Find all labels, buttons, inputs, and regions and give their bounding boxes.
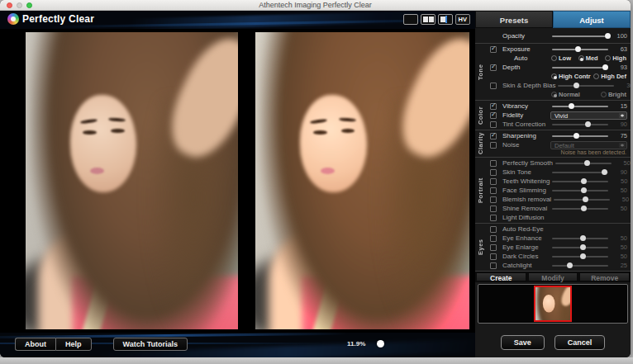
- tint-correction-slider-thumb[interactable]: [585, 121, 591, 127]
- auto-red-eye-checkbox[interactable]: [490, 226, 497, 233]
- skin-tone-checkbox[interactable]: [490, 169, 497, 176]
- high-def-label: High Def: [601, 73, 626, 80]
- dark-circles-slider[interactable]: [550, 253, 610, 260]
- face-slimming-slider[interactable]: [550, 187, 610, 194]
- skin-depth-bias-checkbox[interactable]: [490, 83, 497, 89]
- skin-tone-slider[interactable]: [550, 168, 610, 176]
- eye-enlarge-slider[interactable]: [550, 243, 610, 251]
- tint-correction-checkbox[interactable]: [490, 121, 497, 128]
- auto-low-option[interactable]: Low: [551, 54, 571, 62]
- noise-dropdown[interactable]: Default: [550, 141, 627, 149]
- bias-mode-radio-group: Normal Bright: [550, 91, 627, 98]
- sharpening-label: Sharpening: [502, 132, 550, 139]
- tab-adjust[interactable]: Adjust: [553, 11, 631, 28]
- exposure-checkbox[interactable]: [490, 46, 497, 53]
- perfectly-smooth-slider-thumb[interactable]: [584, 160, 590, 166]
- eye-enhance-slider[interactable]: [550, 234, 610, 242]
- normal-option[interactable]: Normal: [551, 91, 580, 98]
- sharpening-value: 75: [611, 132, 627, 139]
- tab-presets[interactable]: Presets: [475, 11, 553, 28]
- catchlight-checkbox[interactable]: [490, 262, 497, 269]
- dark-circles-checkbox[interactable]: [490, 253, 497, 260]
- skin-tone-slider-thumb[interactable]: [602, 169, 607, 175]
- sharpening-slider[interactable]: [550, 132, 610, 139]
- teeth-whitening-slider[interactable]: [550, 177, 610, 185]
- tint-correction-value: 90: [611, 121, 627, 128]
- auto-red-eye-label: Auto Red-Eye: [502, 225, 550, 233]
- vibrancy-checkbox[interactable]: [490, 103, 497, 110]
- shine-removal-checkbox[interactable]: [490, 206, 497, 212]
- vibrancy-slider[interactable]: [550, 102, 610, 110]
- vibrancy-label: Vibrancy: [502, 102, 550, 110]
- noise-checkbox[interactable]: [490, 142, 497, 149]
- hv-toggle-button[interactable]: HV: [455, 14, 470, 25]
- zoom-control: 11.9%: [347, 340, 384, 347]
- tint-correction-label: Tint Correction: [502, 121, 550, 128]
- exposure-slider[interactable]: [550, 45, 610, 53]
- modify-preset-button[interactable]: Modify: [528, 272, 578, 281]
- high-contrast-option[interactable]: High Contr: [551, 73, 591, 80]
- auto-high-option[interactable]: High: [605, 54, 626, 62]
- high-def-option[interactable]: High Def: [593, 73, 626, 80]
- slider-track: [552, 35, 608, 37]
- light-diffusion-checkbox[interactable]: [490, 215, 497, 221]
- create-preset-button[interactable]: Create: [476, 272, 526, 281]
- face-slimming-label: Face Slimming: [502, 187, 550, 194]
- dropdown-stepper-icon[interactable]: [619, 143, 626, 148]
- fidelity-checkbox[interactable]: [490, 112, 497, 119]
- skin-depth-bias-slider[interactable]: [556, 82, 616, 89]
- perfectly-smooth-checkbox[interactable]: [490, 160, 497, 167]
- depth-checkbox[interactable]: [490, 64, 497, 71]
- bright-option[interactable]: Bright: [601, 91, 626, 98]
- shine-removal-slider[interactable]: [550, 205, 610, 212]
- sharpening-slider-thumb[interactable]: [574, 133, 579, 139]
- split-view-icon[interactable]: [421, 14, 435, 25]
- sharpening-checkbox[interactable]: [490, 133, 497, 139]
- depth-slider[interactable]: [550, 64, 610, 71]
- face-slimming-value: 50: [611, 187, 627, 194]
- help-button[interactable]: Help: [55, 338, 92, 351]
- eye-enlarge-value: 50: [611, 243, 627, 251]
- app-logo: Perfectly Clear: [7, 13, 94, 25]
- perfectly-smooth-slider[interactable]: [554, 159, 613, 167]
- photo-mouth: [90, 168, 104, 174]
- shine-removal-slider-thumb[interactable]: [581, 206, 587, 211]
- selected-preset-thumbnail[interactable]: [534, 286, 572, 322]
- eye-enhance-slider-thumb[interactable]: [580, 235, 586, 241]
- eye-enlarge-checkbox[interactable]: [490, 244, 497, 251]
- single-view-icon[interactable]: [403, 14, 418, 25]
- tint-correction-slider[interactable]: [550, 121, 610, 128]
- auto-med-option[interactable]: Med: [578, 54, 598, 62]
- eye-enlarge-slider-thumb[interactable]: [580, 244, 586, 250]
- skin-depth-bias-slider-thumb[interactable]: [574, 83, 579, 88]
- vibrancy-slider-thumb[interactable]: [569, 103, 574, 109]
- face-slimming-slider-thumb[interactable]: [581, 187, 587, 193]
- catchlight-slider-thumb[interactable]: [567, 262, 573, 268]
- teeth-whitening-label: Teeth Whitening: [502, 177, 550, 185]
- thumbnail-image: [535, 286, 572, 322]
- radio-icon: [578, 55, 584, 61]
- blemish-removal-slider-thumb[interactable]: [583, 196, 588, 202]
- remove-preset-button[interactable]: Remove: [579, 272, 630, 281]
- watch-tutorials-button[interactable]: Watch Tutorials: [113, 338, 188, 351]
- depth-slider-thumb[interactable]: [602, 64, 608, 70]
- face-slimming-checkbox[interactable]: [490, 187, 497, 194]
- dark-circles-slider-thumb[interactable]: [580, 253, 586, 259]
- eye-enhance-checkbox[interactable]: [490, 235, 497, 242]
- catchlight-slider[interactable]: [550, 262, 610, 269]
- app-logo-text: Perfectly Clear: [22, 13, 94, 25]
- about-button[interactable]: About: [15, 338, 55, 351]
- curtain-view-icon[interactable]: [438, 14, 453, 25]
- dropdown-stepper-icon[interactable]: [619, 113, 626, 118]
- teeth-whitening-slider-thumb[interactable]: [581, 178, 587, 184]
- cancel-button[interactable]: Cancel: [554, 335, 606, 350]
- teeth-whitening-checkbox[interactable]: [490, 178, 497, 185]
- blemish-removal-slider[interactable]: [552, 196, 612, 203]
- exposure-label: Exposure: [502, 45, 550, 53]
- save-button[interactable]: Save: [501, 335, 545, 350]
- blemish-removal-checkbox[interactable]: [490, 196, 497, 203]
- fidelity-dropdown[interactable]: Vivid: [550, 111, 627, 120]
- zoom-slider-thumb[interactable]: [377, 340, 384, 347]
- exposure-slider-thumb[interactable]: [575, 46, 581, 52]
- opacity-slider[interactable]: [550, 32, 610, 40]
